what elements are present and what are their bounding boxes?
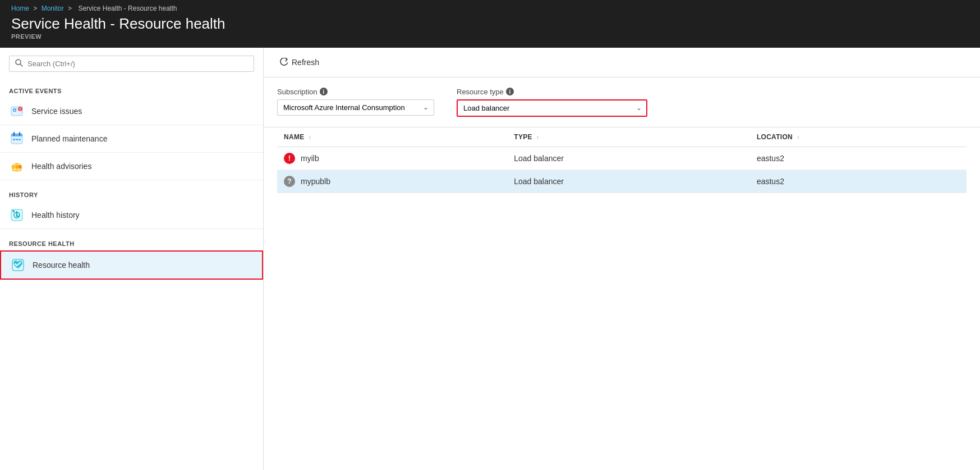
table-row[interactable]: ? mypublb Load balancer eastus2 [277,170,967,193]
refresh-label: Refresh [292,58,319,67]
svg-rect-8 [11,134,22,136]
subscription-select-wrapper: Microsoft Azure Internal Consumption ⌄ [277,99,434,116]
col-type-sort-icon[interactable]: ↕ [536,135,539,140]
table-row[interactable]: ! myilb Load balancer eastus2 [277,147,967,170]
col-location[interactable]: LOCATION ↕ [750,127,967,147]
planned-maintenance-icon [9,131,25,147]
table-container: NAME ↕ TYPE ↕ LOCATION ↕ [264,127,980,193]
svg-rect-13 [19,139,21,140]
svg-text:!: ! [20,107,21,111]
top-bar: Home > Monitor > Service Health - Resour… [0,0,980,48]
resource-health-icon [10,257,26,273]
cell-type-mypublb: Load balancer [507,170,750,193]
sidebar-item-planned-maintenance-label: Planned maintenance [31,134,107,143]
section-resource-health: RESOURCE HEALTH [0,235,263,250]
page-title: Service Health - Resource health [11,16,969,32]
sidebar-item-resource-health-label: Resource health [33,261,90,270]
refresh-button[interactable]: Refresh [275,56,324,69]
sidebar-item-resource-health[interactable]: Resource health [0,250,263,280]
resource-type-select-wrapper: Load balancer ⌄ [457,99,647,117]
section-history: HISTORY [0,186,263,202]
sidebar-item-health-advisories[interactable]: ! Health advisories [0,153,263,180]
breadcrumb-monitor[interactable]: Monitor [42,4,64,12]
toolbar: Refresh [264,48,980,77]
col-location-label: LOCATION [757,133,793,141]
service-issues-icon: ! [9,103,25,119]
name-mypublb: mypublb [301,177,330,186]
data-table: NAME ↕ TYPE ↕ LOCATION ↕ [277,127,967,193]
svg-rect-12 [16,139,18,140]
subscription-info-icon[interactable]: i [320,88,328,95]
col-name[interactable]: NAME ↕ [277,127,507,147]
resource-type-info-icon[interactable]: i [506,88,514,95]
name-myilb: myilb [301,154,319,163]
svg-point-4 [14,109,16,111]
resource-type-filter-group: Resource type i Load balancer ⌄ [457,88,647,117]
cell-type-myilb: Load balancer [507,147,750,170]
col-location-sort-icon[interactable]: ↕ [797,135,800,140]
col-type[interactable]: TYPE ↕ [507,127,750,147]
svg-line-1 [20,64,22,66]
resource-type-label: Resource type i [457,88,647,96]
section-active-events: ACTIVE EVENTS [0,82,263,98]
sidebar-item-service-issues[interactable]: ! Service issues [0,98,263,125]
svg-rect-11 [13,139,15,140]
breadcrumb-home[interactable]: Home [11,4,29,12]
cell-name-myilb: ! myilb [277,147,507,170]
col-type-label: TYPE [514,133,532,141]
cell-location-myilb: eastus2 [750,147,967,170]
health-advisories-icon: ! [9,158,25,174]
col-name-label: NAME [284,133,305,141]
sidebar: ACTIVE EVENTS ! Service issues [0,48,264,470]
sidebar-item-health-advisories-label: Health advisories [31,162,91,171]
main-layout: ACTIVE EVENTS ! Service issues [0,48,980,470]
page-subtitle: PREVIEW [11,33,969,40]
col-name-sort-icon[interactable]: ↕ [309,135,311,140]
cell-name-mypublb: ? mypublb [277,170,507,193]
subscription-filter-group: Subscription i Microsoft Azure Internal … [277,88,434,116]
resource-type-select[interactable]: Load balancer [457,99,647,117]
subscription-select[interactable]: Microsoft Azure Internal Consumption [277,99,434,116]
table-header: NAME ↕ TYPE ↕ LOCATION ↕ [277,127,967,147]
search-input[interactable] [27,60,248,68]
content-area: Refresh Subscription i Microsoft Azure I… [264,48,980,470]
table-body: ! myilb Load balancer eastus2 ? mypublb [277,147,967,193]
sidebar-item-health-history-label: Health history [31,211,80,220]
search-box[interactable] [9,56,254,72]
filters-row: Subscription i Microsoft Azure Internal … [264,77,980,127]
refresh-icon [279,58,288,67]
health-history-icon [9,207,25,223]
cell-location-mypublb: eastus2 [750,170,967,193]
sidebar-item-service-issues-label: Service issues [31,107,82,116]
svg-rect-17 [16,165,19,168]
status-icon-error: ! [284,153,295,164]
sidebar-item-planned-maintenance[interactable]: Planned maintenance [0,125,263,153]
breadcrumb-current: Service Health - Resource health [78,4,177,12]
breadcrumb: Home > Monitor > Service Health - Resour… [11,4,969,12]
search-icon [15,59,23,69]
status-icon-unknown: ? [284,176,295,187]
subscription-label: Subscription i [277,88,434,96]
sidebar-item-health-history[interactable]: Health history [0,202,263,229]
